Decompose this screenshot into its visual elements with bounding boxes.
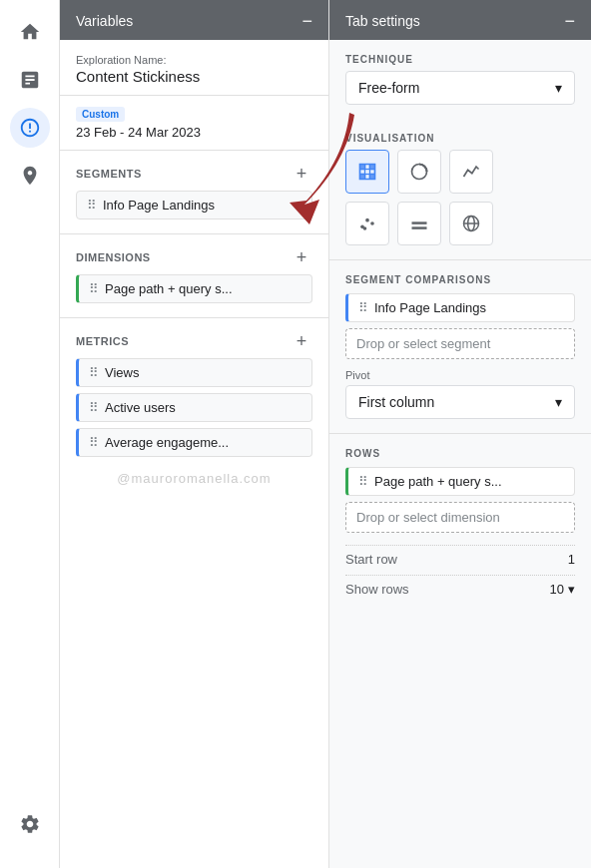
pivot-value: First column (358, 394, 434, 410)
row-chip-icon: ⠿ (358, 474, 368, 489)
show-rows-value: 10 (550, 582, 564, 597)
visualisation-section (329, 150, 591, 260)
variables-header: Variables − (60, 0, 328, 40)
tab-settings-minimize[interactable]: − (564, 12, 575, 30)
seg-chip-icon: ⠿ (358, 300, 368, 315)
metric-chip-label-0: Views (105, 365, 139, 380)
date-range[interactable]: 23 Feb - 24 Mar 2023 (76, 125, 312, 140)
svg-point-5 (416, 169, 423, 176)
metric-chip-icon-0: ⠿ (89, 365, 99, 380)
date-badge[interactable]: Custom (76, 107, 125, 122)
row-dimension-chip[interactable]: ⠿ Page path + query s... (345, 467, 575, 496)
pivot-label: Pivot (345, 369, 575, 381)
vis-scatter-btn[interactable] (345, 202, 389, 245)
dimension-chip-0[interactable]: ⠿ Page path + query s... (76, 274, 312, 303)
technique-dropdown[interactable]: Free-form ▾ (345, 71, 575, 105)
metrics-add-btn[interactable]: + (291, 330, 312, 352)
technique-label: TECHNIQUE (329, 40, 591, 71)
nav-explore[interactable] (10, 108, 50, 148)
exploration-label: Exploration Name: (76, 54, 312, 66)
svg-point-9 (363, 226, 367, 230)
svg-rect-10 (412, 221, 427, 224)
variables-panel: Variables − Exploration Name: Content St… (60, 0, 329, 868)
segment-chip-0[interactable]: ⠿ Info Page Landings (76, 191, 312, 219)
vis-bar-btn[interactable] (397, 202, 441, 245)
vis-table-btn[interactable] (345, 150, 389, 194)
vis-grid (345, 150, 575, 245)
segment-comparisons-section: SEGMENT COMPARISONS ⠿ Info Page Landings… (329, 260, 591, 434)
show-rows-setting: Show rows 10 ▾ (345, 582, 575, 597)
nav-advertising[interactable] (10, 156, 50, 196)
segments-header: SEGMENTS + (60, 151, 328, 191)
start-row-setting: Start row 1 (345, 552, 575, 567)
metric-chip-label-2: Average engageme... (105, 435, 229, 450)
vis-donut-btn[interactable] (397, 150, 441, 194)
show-rows-label: Show rows (345, 582, 409, 597)
technique-value: Free-form (358, 80, 419, 96)
technique-chevron-icon: ▾ (555, 80, 562, 96)
show-rows-dropdown[interactable]: 10 ▾ (550, 582, 575, 597)
metric-chip-2[interactable]: ⠿ Average engageme... (76, 428, 312, 457)
vis-map-btn[interactable] (449, 202, 493, 245)
variables-title: Variables (76, 13, 133, 29)
vis-line-btn[interactable] (449, 150, 493, 194)
svg-point-7 (365, 218, 369, 222)
svg-point-8 (370, 221, 374, 225)
segment-chip-icon-0: ⠿ (87, 198, 97, 213)
nav-analytics[interactable] (10, 60, 50, 100)
metric-chip-icon-2: ⠿ (89, 435, 99, 450)
tab-settings-header: Tab settings − (329, 0, 591, 40)
exploration-name-section: Exploration Name: Content Stickiness (60, 40, 328, 96)
metrics-title: METRICS (76, 335, 129, 347)
watermark: @mauroromanella.com (60, 463, 328, 490)
pivot-dropdown[interactable]: First column ▾ (345, 385, 575, 419)
left-nav (0, 0, 60, 868)
date-section: Custom 23 Feb - 24 Mar 2023 (60, 96, 328, 151)
variables-minimize[interactable]: − (301, 12, 312, 30)
visualisation-label: VISUALISATION (329, 119, 591, 150)
metrics-header: METRICS + (60, 318, 328, 358)
start-row-value[interactable]: 1 (568, 552, 575, 567)
start-row-label: Start row (345, 552, 397, 567)
rows-title: ROWS (345, 448, 575, 459)
metric-chip-icon-1: ⠿ (89, 400, 99, 415)
segment-comparison-chip[interactable]: ⠿ Info Page Landings (345, 293, 575, 322)
dimension-chip-label-0: Page path + query s... (105, 281, 233, 296)
tab-settings-panel: Tab settings − TECHNIQUE Free-form ▾ VIS… (329, 0, 591, 868)
segment-comparison-label: Info Page Landings (374, 300, 486, 315)
main-content: Variables − Exploration Name: Content St… (60, 0, 591, 868)
metric-chip-label-1: Active users (105, 400, 176, 415)
dimensions-title: DIMENSIONS (76, 251, 151, 263)
rows-section: ROWS ⠿ Page path + query s... Drop or se… (329, 434, 591, 619)
drop-select-dimension[interactable]: Drop or select dimension (345, 502, 575, 533)
tab-settings-title: Tab settings (345, 13, 420, 29)
pivot-chevron-icon: ▾ (555, 394, 562, 410)
nav-home[interactable] (10, 12, 50, 52)
dimensions-add-btn[interactable]: + (291, 246, 312, 268)
dimension-chip-icon-0: ⠿ (89, 281, 99, 296)
show-rows-chevron-icon: ▾ (568, 582, 575, 597)
nav-settings[interactable] (10, 804, 50, 844)
segments-title: SEGMENTS (76, 168, 142, 180)
segment-chip-label-0: Info Page Landings (103, 198, 215, 213)
metric-chip-1[interactable]: ⠿ Active users (76, 393, 312, 422)
metric-chip-0[interactable]: ⠿ Views (76, 358, 312, 387)
row-dimension-label: Page path + query s... (374, 474, 502, 489)
drop-select-segment[interactable]: Drop or select segment (345, 328, 575, 359)
exploration-value[interactable]: Content Stickiness (76, 68, 312, 85)
segment-comparisons-title: SEGMENT COMPARISONS (345, 274, 575, 285)
dimensions-header: DIMENSIONS + (60, 234, 328, 274)
svg-rect-11 (412, 226, 427, 229)
segments-add-btn[interactable]: + (291, 163, 312, 185)
